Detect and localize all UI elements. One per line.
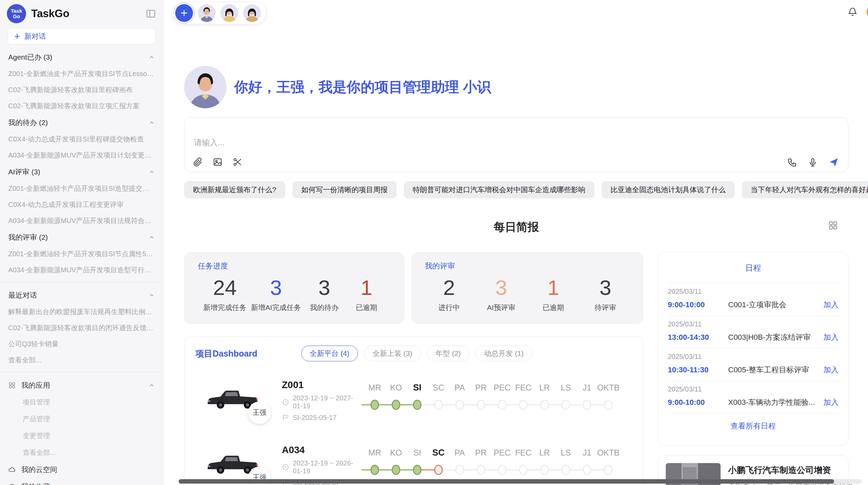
- suggested-question-chip[interactable]: 欧洲新规最近颁布了什么?: [184, 181, 285, 198]
- agent-avatar-3[interactable]: [243, 4, 261, 22]
- dashboard-title: 项目Dashboard: [195, 348, 257, 359]
- event-row: 9:00-10:00X003-车辆动力学性能验...加入: [668, 397, 839, 408]
- new-chat-button[interactable]: 新对话: [8, 28, 156, 45]
- user-avatar[interactable]: 王强: [867, 4, 868, 20]
- new-chat-label: 新对话: [24, 32, 46, 41]
- stat-label: 已逾期: [348, 303, 385, 312]
- composer-attachments: [193, 157, 243, 167]
- sidebar-app-item[interactable]: 查看全部...: [0, 444, 163, 461]
- sidebar-my-apps-header[interactable]: 我的应用: [0, 377, 163, 394]
- sidebar-section-header[interactable]: 最近对话: [0, 287, 163, 304]
- dashboard-tab[interactable]: 全新平台 (4): [301, 346, 358, 361]
- sidebar-item-link-badge[interactable]: 我的收藏: [0, 478, 163, 485]
- svg-text:FEC: FEC: [515, 448, 532, 457]
- phone-icon[interactable]: [787, 157, 797, 167]
- add-agent-button[interactable]: [175, 4, 193, 22]
- sidebar-app-item[interactable]: 变更管理: [0, 427, 163, 444]
- microphone-icon[interactable]: [808, 157, 818, 167]
- my-apps-title: 我的应用: [21, 381, 50, 390]
- project-name: Z001: [282, 380, 361, 390]
- dashboard-tab[interactable]: 全新上装 (3): [364, 346, 421, 361]
- send-icon[interactable]: [828, 157, 839, 168]
- layout-grid-icon[interactable]: [828, 220, 838, 231]
- sidebar-section-header[interactable]: AI评审 (3): [0, 163, 163, 181]
- event-row: 9:00-10:00C001-立项审批会加入: [668, 300, 839, 310]
- suggested-question-chip[interactable]: 如何写一份清晰的项目周报: [292, 181, 397, 198]
- svg-text:KO: KO: [390, 448, 402, 457]
- sidebar-item-link-cloud[interactable]: 我的云空间: [0, 461, 163, 478]
- event-join-link[interactable]: 加入: [823, 300, 839, 310]
- sidebar-app-item[interactable]: 项目管理: [0, 394, 163, 411]
- chevron-up-icon: [148, 54, 155, 61]
- sidebar-app-item[interactable]: 产品管理: [0, 411, 163, 427]
- section-title: 我的评审 (2): [8, 233, 48, 242]
- sidebar-section-header[interactable]: 我的待办 (2): [0, 114, 163, 131]
- section-title: 最近对话: [8, 290, 37, 300]
- sidebar-task-item[interactable]: C02-飞腾新能源轻客改款项目立项汇报方案: [0, 98, 163, 114]
- sidebar-scroll[interactable]: Agent已办 (3)Z001-全新燃油皮卡产品开发项目SI节点Lesson L…: [0, 46, 163, 485]
- sidebar-task-item[interactable]: C0X4-动力总成开发项目工程变更评审: [0, 197, 163, 213]
- greeting-block: 你好，王强，我是你的项目管理助理 小识: [184, 0, 868, 108]
- svg-text:SC: SC: [433, 383, 444, 392]
- sidebar-task-item[interactable]: A034-全新新能源MUV产品开发项目造型可行性评审: [0, 262, 163, 278]
- sidebar-task-item[interactable]: Z001-全新燃油皮卡产品开发项目SI节点Lesson Learn报告: [0, 66, 163, 82]
- assistant-avatar: [184, 66, 227, 108]
- schedule-event: 2025/03/1113:00-14:30C003|H0B-方案冻结评审加入: [668, 315, 839, 348]
- right-column: 日程 2025/03/119:00-10:00C001-立项审批会加入2025/…: [658, 252, 848, 485]
- dashboard-tab[interactable]: 年型 (2): [427, 346, 470, 361]
- event-row: 10:30-11:30C005-整车工程目标评审加入: [668, 365, 839, 375]
- sidebar-task-item[interactable]: Z001-全新燃油轻卡产品开发项目SI节点属性5D文件评审: [0, 246, 163, 262]
- sidebar-task-item[interactable]: Z001-全新燃油轻卡产品开发项目SI造型提交物评审: [0, 181, 163, 197]
- stat-cell: 3我的待办: [305, 276, 343, 312]
- sidebar-item-label: 我的云空间: [21, 465, 57, 474]
- sidebar-task-item[interactable]: A034-全新新能源MUV产品开发项目计划变更表编写: [0, 147, 163, 163]
- cloud-icon: [8, 466, 16, 473]
- event-date: 2025/03/11: [668, 320, 839, 328]
- event-join-link[interactable]: 加入: [823, 365, 839, 375]
- sidebar-task-item[interactable]: A034-全新新能源MUV产品开发项目法规符合性评审: [0, 213, 163, 229]
- stat-cell: 24新增完成任务: [203, 276, 246, 312]
- horizontal-scrollbar-thumb[interactable]: [179, 479, 834, 484]
- sidebar-task-item[interactable]: C0X4-动力总成开发项目SI里程碑提交物检查: [0, 131, 163, 147]
- attachment-icon[interactable]: [193, 157, 203, 167]
- recent-conversation-item[interactable]: 解释最新出台的欧盟报废车法规再生塑料比例被调至15%...: [0, 304, 163, 320]
- chat-input[interactable]: [193, 137, 709, 152]
- recent-conversation-item[interactable]: C02-飞腾新能源轻客改款项目的闭环通告反馈情况: [0, 320, 163, 336]
- stat-cell: 3AI预评审: [482, 276, 520, 312]
- suggested-question-chip[interactable]: 当下年轻人对汽车外观有怎样的喜好趋势: [742, 181, 868, 198]
- scissors-icon[interactable]: [232, 157, 243, 167]
- event-row: 13:00-14:30C003|H0B-方案冻结评审加入: [668, 332, 839, 343]
- chevron-up-icon: [148, 292, 155, 299]
- project-dates-text: 2023-12-19 ~ 2026-01-19: [293, 459, 361, 475]
- stat-cell: 3新增AI完成任务: [251, 276, 301, 312]
- agent-avatar-1[interactable]: [198, 4, 216, 22]
- notification-bell-icon[interactable]: [847, 7, 858, 17]
- sidebar-task-item[interactable]: C02-飞腾新能源轻客改款项目里程碑画布: [0, 82, 163, 98]
- svg-text:LR: LR: [539, 383, 550, 392]
- event-join-link[interactable]: 加入: [823, 397, 839, 408]
- svg-text:LS: LS: [561, 383, 571, 392]
- sidebar-section-header[interactable]: Agent已办 (3): [0, 49, 163, 66]
- dashboard-tab[interactable]: 动总开发 (1): [475, 346, 532, 361]
- sidebar-section-header[interactable]: 我的评审 (2): [0, 229, 163, 246]
- horizontal-scrollbar-track: [179, 479, 861, 484]
- app-title: TaskGo: [31, 8, 69, 20]
- recent-conversation-item[interactable]: 公司Q3轻卡销量: [0, 336, 163, 352]
- view-all-conversations-link[interactable]: 查看全部...: [0, 352, 163, 368]
- svg-text:SC: SC: [432, 448, 445, 457]
- chevron-up-icon: [148, 382, 155, 389]
- collapse-sidebar-icon[interactable]: [145, 8, 156, 19]
- view-all-schedule-link[interactable]: 查看所有日程: [668, 413, 839, 439]
- image-upload-icon[interactable]: [213, 157, 223, 167]
- svg-text:PR: PR: [475, 383, 486, 392]
- event-name: X003-车辆动力学性能验...: [728, 397, 823, 408]
- project-milestone-timeline[interactable]: MRKOSISCPAPRPECFECLRLSJ1OKTB: [361, 379, 622, 422]
- project-dashboard-card: 项目Dashboard 全新平台 (4)全新上装 (3)年型 (2)动总开发 (…: [184, 336, 643, 485]
- svg-text:PA: PA: [455, 448, 465, 457]
- suggested-question-chip[interactable]: 特朗普可能对进口汽车增税会对中国车企造成哪些影响: [404, 181, 594, 198]
- event-join-link[interactable]: 加入: [823, 332, 839, 343]
- schedule-event: 2025/03/119:00-10:00X003-车辆动力学性能验...加入: [668, 381, 839, 413]
- agent-avatar-2[interactable]: [220, 4, 238, 22]
- news-title: 小鹏飞行汽车制造公司增资: [728, 464, 859, 476]
- suggested-question-chip[interactable]: 比亚迪全固态电池计划具体说了什么: [602, 181, 735, 198]
